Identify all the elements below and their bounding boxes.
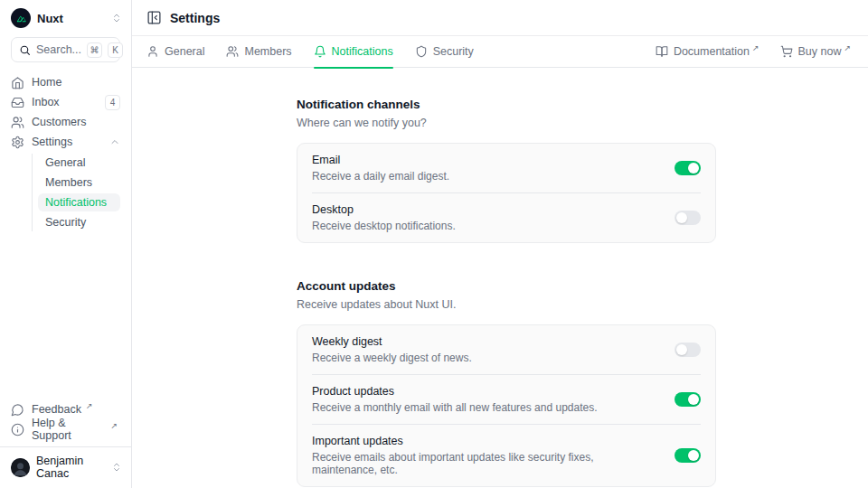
settings-content: Notification channels Where can we notif… bbox=[132, 68, 868, 488]
user-menu[interactable]: Benjamin Canac bbox=[0, 446, 131, 488]
tab-security[interactable]: Security bbox=[415, 36, 474, 68]
tab-members[interactable]: Members bbox=[226, 36, 291, 68]
collapse-sidebar-icon[interactable] bbox=[146, 10, 162, 25]
search-input[interactable]: Search... ⌘ K bbox=[11, 37, 120, 62]
tab-label: Members bbox=[244, 45, 291, 58]
section-title: Account updates bbox=[297, 279, 716, 293]
setting-row-important-updates: Important updates Receive emails about i… bbox=[297, 425, 715, 486]
sidebar-item-customers[interactable]: Customers bbox=[11, 112, 120, 132]
kbd-k: K bbox=[108, 42, 123, 58]
important-updates-toggle[interactable] bbox=[675, 448, 701, 463]
setting-description: Receive emails about important updates l… bbox=[312, 451, 660, 476]
toggle-knob bbox=[688, 394, 699, 405]
email-toggle[interactable] bbox=[675, 161, 701, 175]
setting-description: Receive a monthly email with all new fea… bbox=[312, 401, 660, 414]
setting-row-weekly-digest: Weekly digest Receive a weekly digest of… bbox=[297, 325, 715, 374]
toggle-knob bbox=[676, 344, 687, 355]
section-title: Notification channels bbox=[297, 98, 716, 111]
gear-icon bbox=[11, 136, 24, 149]
search-icon bbox=[19, 44, 31, 56]
help-support-link[interactable]: Help & Support ↗ bbox=[11, 419, 120, 439]
sidebar-item-label: Members bbox=[45, 176, 92, 189]
info-circle-icon bbox=[11, 423, 24, 436]
settings-card: Weekly digest Receive a weekly digest of… bbox=[297, 324, 716, 487]
bell-icon bbox=[314, 45, 326, 58]
sidebar-spacer bbox=[0, 233, 131, 396]
setting-row-email: Email Receive a daily email digest. bbox=[297, 144, 715, 192]
sidebar-item-label: Notifications bbox=[45, 196, 107, 209]
buy-now-link[interactable]: Buy now ↗ bbox=[780, 45, 854, 58]
main-panel: Settings General Members Notifications S… bbox=[132, 0, 868, 488]
tab-general[interactable]: General bbox=[146, 36, 204, 68]
sidebar-item-notifications[interactable]: Notifications bbox=[38, 193, 120, 211]
setting-description: Receive a weekly digest of news. bbox=[312, 352, 660, 364]
user-icon bbox=[146, 45, 159, 58]
sidebar-item-label: Customers bbox=[32, 116, 120, 128]
sidebar-nav: Home Inbox 4 Customers Settings Ge bbox=[0, 72, 131, 233]
sidebar-item-label: Inbox bbox=[32, 96, 98, 108]
chat-bubble-icon bbox=[11, 403, 24, 417]
external-link-icon: ↗ bbox=[110, 421, 118, 430]
sidebar-item-label: Settings bbox=[32, 136, 102, 148]
sidebar-item-security[interactable]: Security bbox=[38, 213, 120, 231]
book-icon bbox=[656, 45, 668, 58]
users-icon bbox=[226, 45, 239, 58]
sidebar-item-label: Security bbox=[45, 216, 86, 229]
sidebar-footer-links: Feedback ↗ Help & Support ↗ bbox=[0, 396, 131, 446]
setting-title: Product updates bbox=[312, 385, 660, 398]
nuxt-logo-icon bbox=[11, 8, 31, 28]
chevron-up-icon bbox=[109, 136, 120, 147]
toggle-knob bbox=[688, 163, 699, 174]
section-subtitle: Receive updates about Nuxt UI. bbox=[297, 298, 716, 311]
sidebar: Nuxt Search... ⌘ K Home Inbox 4 bbox=[0, 0, 132, 488]
setting-row-product-updates: Product updates Receive a monthly email … bbox=[297, 375, 715, 424]
sidebar-item-inbox[interactable]: Inbox 4 bbox=[11, 92, 120, 112]
notification-channels-section: Notification channels Where can we notif… bbox=[297, 98, 716, 243]
user-name: Benjamin Canac bbox=[36, 455, 105, 480]
shield-icon bbox=[415, 45, 428, 58]
weekly-digest-toggle[interactable] bbox=[675, 343, 701, 357]
cart-icon bbox=[780, 45, 793, 58]
setting-row-desktop: Desktop Receive desktop notifications. bbox=[297, 193, 715, 242]
avatar bbox=[11, 458, 30, 477]
product-updates-toggle[interactable] bbox=[675, 392, 701, 407]
section-subtitle: Where can we notify you? bbox=[297, 117, 716, 129]
setting-title: Email bbox=[312, 154, 660, 166]
settings-card: Email Receive a daily email digest. Desk… bbox=[297, 143, 716, 243]
sidebar-item-members[interactable]: Members bbox=[38, 174, 120, 192]
sidebar-item-label: Home bbox=[32, 76, 120, 89]
chevrons-up-down-icon bbox=[111, 13, 122, 23]
setting-title: Desktop bbox=[312, 203, 660, 216]
external-link-icon: ↗ bbox=[752, 43, 760, 52]
home-icon bbox=[11, 76, 24, 89]
toggle-knob bbox=[676, 212, 687, 223]
account-updates-section: Account updates Receive updates about Nu… bbox=[297, 279, 716, 487]
external-link-icon: ↗ bbox=[844, 43, 851, 52]
buy-now-label: Buy now bbox=[798, 45, 842, 58]
header-links: Documentation ↗ Buy now ↗ bbox=[656, 45, 854, 58]
toggle-knob bbox=[688, 450, 699, 461]
external-link-icon: ↗ bbox=[86, 401, 93, 410]
feedback-label: Feedback bbox=[32, 403, 81, 416]
tab-label: General bbox=[165, 45, 204, 58]
search-placeholder: Search... bbox=[36, 43, 81, 56]
inbox-icon bbox=[11, 96, 24, 109]
page-header: Settings bbox=[132, 0, 868, 36]
documentation-link[interactable]: Documentation ↗ bbox=[656, 45, 762, 58]
setting-title: Weekly digest bbox=[312, 335, 660, 348]
workspace-switcher[interactable]: Nuxt bbox=[0, 0, 131, 33]
tab-label: Security bbox=[433, 45, 474, 58]
sidebar-item-settings[interactable]: Settings bbox=[11, 132, 120, 152]
kbd-cmd: ⌘ bbox=[87, 42, 102, 58]
tab-label: Notifications bbox=[332, 45, 393, 58]
settings-submenu: General Members Notifications Security bbox=[32, 154, 120, 231]
documentation-label: Documentation bbox=[674, 45, 750, 58]
desktop-toggle[interactable] bbox=[675, 211, 701, 225]
tab-bar: General Members Notifications Security bbox=[132, 36, 868, 68]
sidebar-item-general[interactable]: General bbox=[38, 154, 120, 172]
inbox-count-badge: 4 bbox=[105, 95, 120, 110]
tab-notifications[interactable]: Notifications bbox=[314, 36, 393, 68]
sidebar-item-label: General bbox=[45, 156, 85, 169]
sidebar-item-home[interactable]: Home bbox=[11, 72, 120, 92]
setting-description: Receive desktop notifications. bbox=[312, 220, 660, 232]
